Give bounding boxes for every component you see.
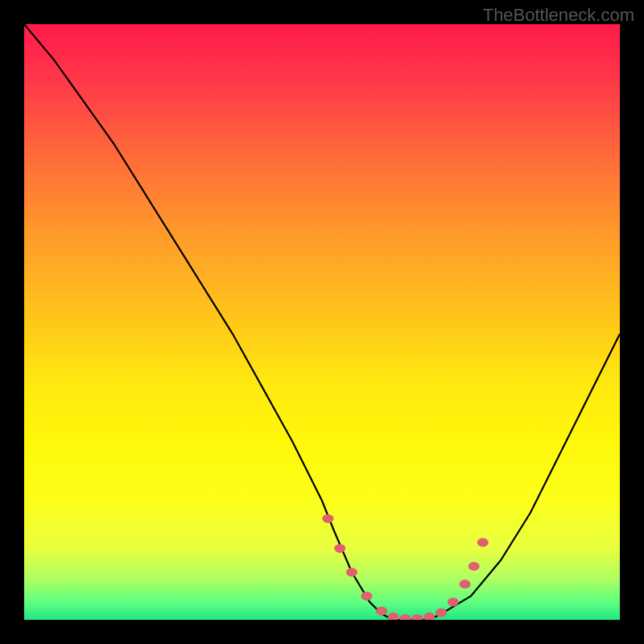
marker-point [423, 613, 435, 620]
marker-point [322, 514, 333, 523]
chart-svg [24, 24, 620, 620]
bottleneck-curve [24, 24, 620, 620]
highlighted-points [322, 514, 488, 620]
marker-point [361, 592, 373, 601]
marker-point [388, 613, 399, 620]
marker-point [469, 562, 480, 571]
marker-point [477, 538, 489, 547]
watermark-text: TheBottleneck.com [483, 5, 634, 26]
marker-point [411, 614, 423, 620]
marker-point [400, 614, 411, 620]
marker-point [376, 606, 387, 615]
marker-point [334, 544, 345, 553]
marker-point [460, 580, 471, 588]
marker-point [346, 568, 357, 576]
plot-area [24, 24, 620, 620]
marker-point [436, 609, 447, 617]
marker-point [448, 597, 459, 606]
